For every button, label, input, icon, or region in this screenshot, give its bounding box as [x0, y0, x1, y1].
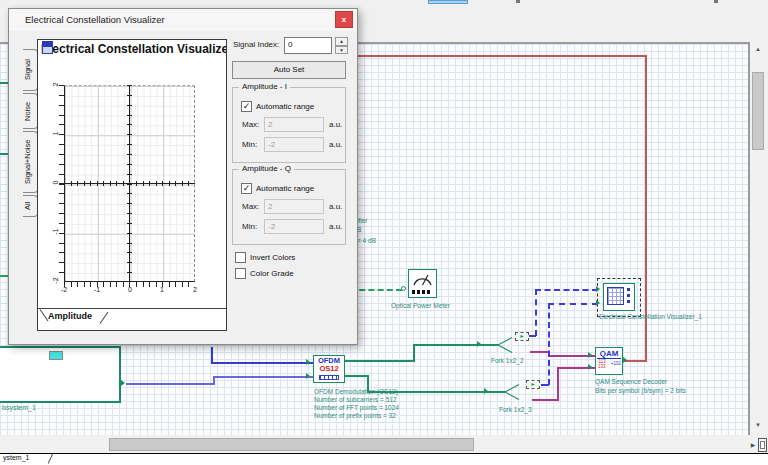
optical-power-meter-component[interactable] [408, 269, 437, 298]
scroll-up-button[interactable]: ▲ [750, 44, 766, 58]
wire-magenta [557, 367, 559, 401]
fork3-top-connector[interactable]: ▸ [526, 380, 540, 389]
qam-icon-num: 133 [598, 364, 606, 369]
subsystem-output-port [121, 380, 125, 386]
fork2-top-connector[interactable]: ▸ [515, 332, 529, 341]
page-icon [760, 441, 765, 449]
ofdm-label-line: Number of prefix points = 32 [314, 412, 396, 420]
signal-index-label: Signal Index: [233, 40, 279, 49]
signal-index-input[interactable]: 0 [284, 37, 332, 54]
ofdm-icon-text2: OS12 [314, 365, 344, 373]
y-tick-label: 2 [52, 80, 59, 90]
amplitude-q-max-unit: a.u. [329, 202, 342, 211]
invert-colors-checkbox[interactable] [235, 252, 246, 263]
amplitude-q-max-input[interactable]: 2 [264, 199, 324, 214]
constellation-visualizer-component[interactable] [603, 283, 635, 311]
qam-input-port [588, 352, 592, 358]
amplifier-label-partial: ifier [357, 217, 367, 225]
wire-green [345, 375, 368, 377]
amplitude-q-max-label: Max: [242, 202, 259, 211]
toolbar-highlighted-button[interactable] [428, 0, 468, 4]
signal-index-spin-down[interactable]: ▼ [335, 46, 348, 55]
qam-label-line: Bits per symbol (b/sym) = 2 bits [595, 387, 686, 395]
x-tick-label: 2 [189, 286, 201, 293]
plot-panel: Electrical Constellation Visualizer 2 1 … [37, 39, 227, 331]
subsystem-label: bsystem_1 [2, 404, 36, 412]
chart-window-icon [42, 41, 53, 54]
amplitude-tab-right-edge [100, 312, 109, 324]
qam-icon-title: QAM [597, 349, 621, 359]
ofdm-icon-bars [319, 375, 339, 380]
auto-set-button[interactable]: Auto Set [232, 61, 346, 79]
x-tick-label: -1 [91, 286, 103, 293]
plot-tab-separator [38, 308, 226, 309]
constellation-icon-square [627, 300, 630, 303]
y-tick-label: -2 [52, 276, 59, 286]
y-tick-label: -1 [52, 227, 59, 237]
signal-index-spin-up[interactable]: ▲ [335, 37, 348, 46]
wire-stub [0, 275, 8, 277]
amplitude-q-min-input[interactable]: -2 [264, 219, 324, 234]
fork3-branch-down [504, 391, 519, 400]
constellation-grid-icon [607, 287, 624, 305]
constellation-icon-square [627, 288, 630, 291]
fork2-branch-down [497, 344, 512, 353]
color-grade-checkbox[interactable] [235, 268, 246, 279]
constellation-icon-square [627, 294, 630, 297]
port-circle [401, 286, 406, 291]
bottom-tab-bar [0, 453, 768, 465]
meter-dots-icon [412, 290, 431, 294]
tab-all[interactable]: All [23, 195, 38, 217]
close-button[interactable]: x [335, 11, 353, 28]
wire-magenta [532, 399, 559, 401]
y-tick-label: 1 [52, 129, 59, 139]
amplitude-i-auto-range-checkbox[interactable]: ✓ [241, 101, 252, 112]
fork3-input-port [484, 388, 488, 394]
amplitude-q-auto-range-checkbox[interactable]: ✓ [241, 183, 252, 194]
amplitude-i-min-unit: a.u. [329, 140, 342, 149]
tab-signal-noise[interactable]: Signal+Noise [23, 131, 38, 193]
amplitude-tab[interactable]: Amplitude [48, 311, 92, 321]
qam-label-line: QAM Sequence Decoder [595, 378, 667, 386]
amplitude-i-max-label: Max: [242, 120, 259, 129]
ofdm-input-port [306, 359, 310, 365]
ofdm-component[interactable]: OFDM OS12 [313, 355, 345, 383]
constellation-visualizer-dialog: Electrical Constellation Visualizer x Si… [8, 8, 358, 345]
vertical-scrollbar-thumb[interactable] [752, 72, 764, 150]
amplitude-q-title: Amplitude - Q [239, 164, 294, 173]
fork2-input-port [477, 341, 481, 347]
scroll-down-button[interactable]: ▼ [750, 420, 766, 433]
amplitude-q-group: Amplitude - Q ✓ Automatic range Max: 2 a… [232, 169, 346, 245]
horizontal-scrollbar-thumb[interactable] [109, 438, 474, 451]
x-tick-label: 1 [156, 286, 168, 293]
wire-blue-dashed [535, 289, 537, 336]
wire-violet [126, 383, 214, 385]
x-tick-label: -2 [58, 286, 70, 293]
scroll-right-button[interactable]: ▶ [748, 440, 758, 452]
wire-blue-dashed [548, 303, 550, 385]
tab-signal[interactable]: Signal [23, 49, 38, 91]
visualizer-input-port [596, 286, 600, 292]
wire-blue [211, 362, 313, 364]
constellation-visualizer-label: Electrical Constellation Visualizer_1 [599, 313, 702, 321]
wire-red [350, 55, 646, 57]
visualizer-input-port [596, 300, 600, 306]
ofdm-input-port [306, 373, 310, 379]
wire-green [413, 344, 415, 362]
page-view-button[interactable] [758, 438, 767, 452]
qam-input-port [588, 364, 592, 370]
dialog-title: Electrical Constellation Visualizer [25, 14, 165, 25]
wire-green [345, 360, 414, 362]
x-tick-label: 0 [124, 286, 136, 293]
amplitude-i-max-input[interactable]: 2 [264, 117, 324, 132]
qam-component[interactable]: QAM -113 +101 133 [595, 347, 623, 375]
optical-power-meter-label: Optical Power Meter [391, 302, 450, 310]
qam-output-port [623, 357, 627, 363]
amplitude-i-min-input[interactable]: -2 [264, 137, 324, 152]
dialog-titlebar[interactable]: Electrical Constellation Visualizer x [9, 9, 357, 31]
toolbar-button-sliver [516, 0, 520, 3]
layout-tab[interactable]: ystem_1 [3, 454, 29, 461]
tab-noise[interactable]: Noise [23, 93, 38, 129]
invert-colors-label: Invert Colors [250, 253, 295, 262]
y-tick-label: 0 [52, 178, 59, 188]
